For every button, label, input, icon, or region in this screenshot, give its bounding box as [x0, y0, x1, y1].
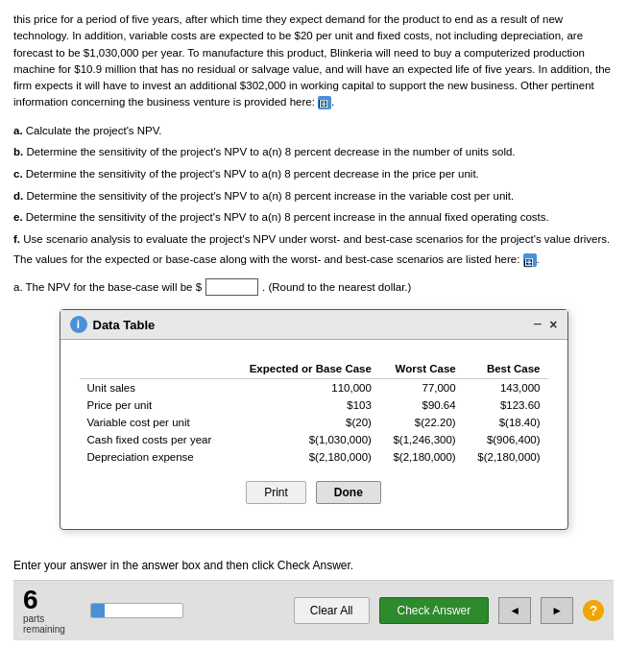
info-icon: i — [70, 316, 87, 333]
parts-text: parts — [23, 613, 44, 624]
remaining-text: remaining — [23, 624, 65, 635]
intro-text-content: this price for a period of five years, a… — [13, 13, 611, 108]
row-worst: 77,000 — [379, 379, 464, 397]
row-label: Cash fixed costs per year — [80, 431, 231, 448]
question-b: b. Determine the sensitivity of the proj… — [13, 142, 614, 162]
minimize-button[interactable]: − — [533, 317, 542, 332]
question-c: c. Determine the sensitivity of the proj… — [13, 164, 614, 184]
row-worst: $(22.20) — [379, 414, 464, 431]
npv-answer-input[interactable] — [205, 278, 258, 296]
modal-footer: Print Done — [80, 481, 548, 514]
progress-bar — [90, 603, 183, 618]
modal-body: Expected or Base Case Worst Case Best Ca… — [60, 340, 567, 529]
question-f: f. Use scenario analysis to evaluate the… — [13, 229, 614, 269]
row-base: $(20) — [230, 414, 379, 431]
row-label: Depreciation expense — [80, 448, 231, 466]
modal-header: i Data Table − × — [60, 310, 567, 340]
row-best: $(2,180,000) — [464, 448, 548, 466]
question-a: a. Calculate the project's NPV. — [13, 121, 614, 141]
table-row: Depreciation expense $(2,180,000) $(2,18… — [80, 448, 548, 466]
next-button[interactable]: ► — [541, 597, 573, 624]
done-button[interactable]: Done — [316, 481, 381, 504]
row-best: 143,000 — [464, 379, 548, 397]
grid-icon-intro[interactable]: ⊞ — [318, 96, 331, 109]
progress-bar-fill — [91, 604, 105, 617]
modal-header-left: i Data Table — [70, 316, 156, 333]
row-label: Variable cost per unit — [80, 414, 231, 431]
col-header-label — [80, 355, 231, 379]
row-base: $(2,180,000) — [230, 448, 379, 466]
table-row: Cash fixed costs per year $(1,030,000) $… — [80, 431, 548, 448]
print-button[interactable]: Print — [246, 481, 306, 504]
row-label: Price per unit — [80, 396, 231, 414]
question-d: d. Determine the sensitivity of the proj… — [13, 186, 614, 206]
answer-prefix: a. The NPV for the base-case will be $ — [13, 281, 202, 293]
parts-number: 6 — [23, 587, 38, 613]
data-table-modal: i Data Table − × Expected or Base Case W… — [60, 309, 568, 530]
grid-icon-scenarios[interactable]: ⊞ — [523, 253, 537, 267]
table-row: Price per unit $103 $90.64 $123.60 — [80, 396, 548, 414]
row-base: $(1,030,000) — [230, 431, 379, 448]
clear-all-button[interactable]: Clear All — [294, 597, 370, 624]
bottom-instruction: Enter your answer in the answer box and … — [13, 559, 614, 572]
row-label: Unit sales — [80, 379, 231, 397]
row-best: $(906,400) — [464, 431, 548, 448]
table-row: Unit sales 110,000 77,000 143,000 — [80, 379, 548, 397]
table-row: Variable cost per unit $(20) $(22.20) $(… — [80, 414, 548, 431]
bottom-bar: 6 parts remaining Clear All Check Answer… — [13, 580, 614, 640]
answer-suffix: . (Round to the nearest dollar.) — [262, 281, 411, 293]
row-worst: $90.64 — [379, 396, 464, 414]
check-answer-button[interactable]: Check Answer — [379, 597, 490, 624]
prev-button[interactable]: ◄ — [498, 597, 531, 624]
close-button[interactable]: × — [549, 317, 557, 332]
row-best: $(18.40) — [464, 414, 548, 431]
row-base: $103 — [230, 396, 379, 414]
modal-backdrop: i Data Table − × Expected or Base Case W… — [13, 309, 614, 530]
question-e: e. Determine the sensitivity of the proj… — [13, 207, 614, 228]
col-header-worst: Worst Case — [379, 355, 464, 379]
row-best: $123.60 — [464, 396, 548, 414]
answer-line: a. The NPV for the base-case will be $ .… — [13, 278, 614, 296]
modal-controls: − × — [533, 317, 558, 332]
row-worst: $(2,180,000) — [379, 448, 464, 466]
col-header-best: Best Case — [464, 355, 548, 379]
questions-list: a. Calculate the project's NPV. b. Deter… — [13, 121, 614, 270]
row-base: 110,000 — [230, 379, 379, 397]
modal-title: Data Table — [93, 318, 156, 332]
data-table: Expected or Base Case Worst Case Best Ca… — [80, 355, 548, 466]
parts-remaining: 6 parts remaining — [23, 587, 81, 635]
table-header-row: Expected or Base Case Worst Case Best Ca… — [80, 355, 548, 379]
col-header-base: Expected or Base Case — [230, 355, 379, 379]
intro-paragraph: this price for a period of five years, a… — [13, 12, 614, 111]
help-icon[interactable]: ? — [583, 600, 604, 621]
row-worst: $(1,246,300) — [379, 431, 464, 448]
